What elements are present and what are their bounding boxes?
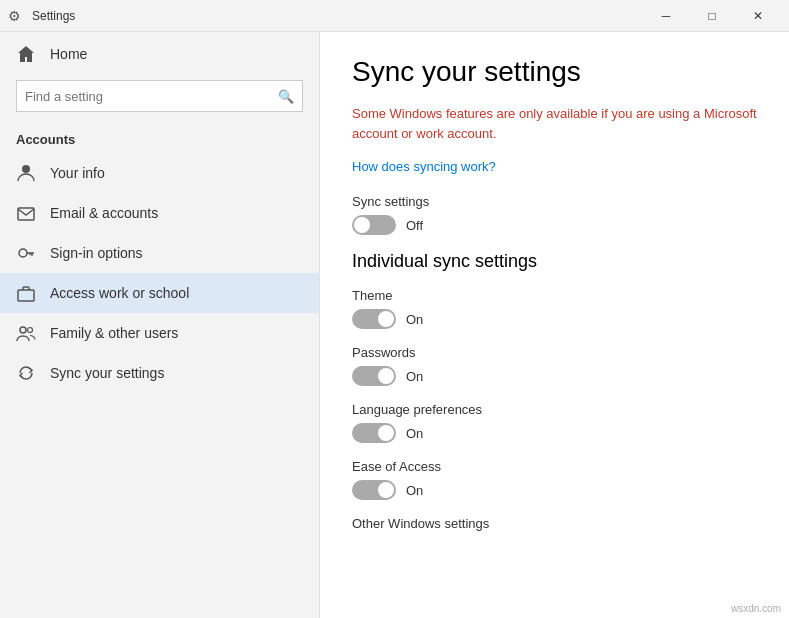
group-icon: [16, 323, 36, 343]
sidebar-item-label: Sync your settings: [50, 365, 164, 381]
sidebar-home-button[interactable]: Home: [0, 32, 319, 76]
sidebar: Home 🔍 Accounts Your info Email & accoun…: [0, 32, 320, 618]
toggle-knob: [378, 368, 394, 384]
svg-point-2: [19, 249, 27, 257]
search-icon: 🔍: [278, 89, 294, 104]
how-syncing-works-link[interactable]: How does syncing work?: [352, 159, 757, 174]
sidebar-item-label: Email & accounts: [50, 205, 158, 221]
minimize-button[interactable]: ─: [643, 0, 689, 32]
passwords-toggle[interactable]: [352, 366, 396, 386]
passwords-toggle-row: On: [352, 366, 757, 386]
search-box[interactable]: 🔍: [16, 80, 303, 112]
toggle-knob: [354, 217, 370, 233]
email-icon: [16, 203, 36, 223]
title-bar-title: Settings: [32, 9, 643, 23]
toggle-knob: [378, 482, 394, 498]
passwords-label: Passwords: [352, 345, 757, 360]
sync-settings-label: Sync settings: [352, 194, 757, 209]
sync-settings-toggle-row: Off: [352, 215, 757, 235]
svg-rect-1: [18, 208, 34, 220]
home-icon: [16, 44, 36, 64]
ease-of-access-toggle-row: On: [352, 480, 757, 500]
ease-of-access-group: Ease of Access On: [352, 459, 757, 500]
theme-group: Theme On: [352, 288, 757, 329]
sync-settings-group: Sync settings Off: [352, 194, 757, 235]
theme-state: On: [406, 312, 423, 327]
sidebar-item-email-accounts[interactable]: Email & accounts: [0, 193, 319, 233]
sidebar-item-label: Your info: [50, 165, 105, 181]
person-icon: [16, 163, 36, 183]
maximize-button[interactable]: □: [689, 0, 735, 32]
svg-rect-6: [18, 290, 34, 301]
language-group: Language preferences On: [352, 402, 757, 443]
svg-point-7: [20, 327, 26, 333]
sidebar-item-label: Family & other users: [50, 325, 178, 341]
svg-point-8: [28, 328, 33, 333]
sidebar-item-family-users[interactable]: Family & other users: [0, 313, 319, 353]
language-state: On: [406, 426, 423, 441]
passwords-state: On: [406, 369, 423, 384]
sync-settings-state: Off: [406, 218, 423, 233]
language-toggle[interactable]: [352, 423, 396, 443]
theme-toggle-row: On: [352, 309, 757, 329]
language-toggle-row: On: [352, 423, 757, 443]
passwords-group: Passwords On: [352, 345, 757, 386]
home-label: Home: [50, 46, 87, 62]
sidebar-item-sync-settings[interactable]: Sync your settings: [0, 353, 319, 393]
key-icon: [16, 243, 36, 263]
theme-label: Theme: [352, 288, 757, 303]
watermark: wsxdn.com: [731, 603, 781, 614]
content-area: Sync your settings Some Windows features…: [320, 32, 789, 618]
settings-icon: ⚙: [8, 8, 24, 24]
svg-point-0: [22, 165, 30, 173]
sync-settings-toggle[interactable]: [352, 215, 396, 235]
sidebar-section-title: Accounts: [0, 124, 319, 153]
sidebar-item-sign-in[interactable]: Sign-in options: [0, 233, 319, 273]
toggle-knob: [378, 425, 394, 441]
language-label: Language preferences: [352, 402, 757, 417]
sidebar-item-your-info[interactable]: Your info: [0, 153, 319, 193]
ease-of-access-toggle[interactable]: [352, 480, 396, 500]
sidebar-item-label: Access work or school: [50, 285, 189, 301]
individual-sync-title: Individual sync settings: [352, 251, 757, 272]
page-title: Sync your settings: [352, 56, 757, 88]
toggle-knob: [378, 311, 394, 327]
sidebar-item-access-work[interactable]: Access work or school: [0, 273, 319, 313]
ease-of-access-label: Ease of Access: [352, 459, 757, 474]
warning-text: Some Windows features are only available…: [352, 104, 757, 143]
title-bar: ⚙ Settings ─ □ ✕: [0, 0, 789, 32]
sidebar-item-label: Sign-in options: [50, 245, 143, 261]
briefcase-icon: [16, 283, 36, 303]
app-body: Home 🔍 Accounts Your info Email & accoun…: [0, 32, 789, 618]
window-controls: ─ □ ✕: [643, 0, 781, 32]
other-windows-settings: Other Windows settings: [352, 516, 757, 531]
sync-icon: [16, 363, 36, 383]
ease-of-access-state: On: [406, 483, 423, 498]
search-input[interactable]: [25, 89, 278, 104]
theme-toggle[interactable]: [352, 309, 396, 329]
close-button[interactable]: ✕: [735, 0, 781, 32]
